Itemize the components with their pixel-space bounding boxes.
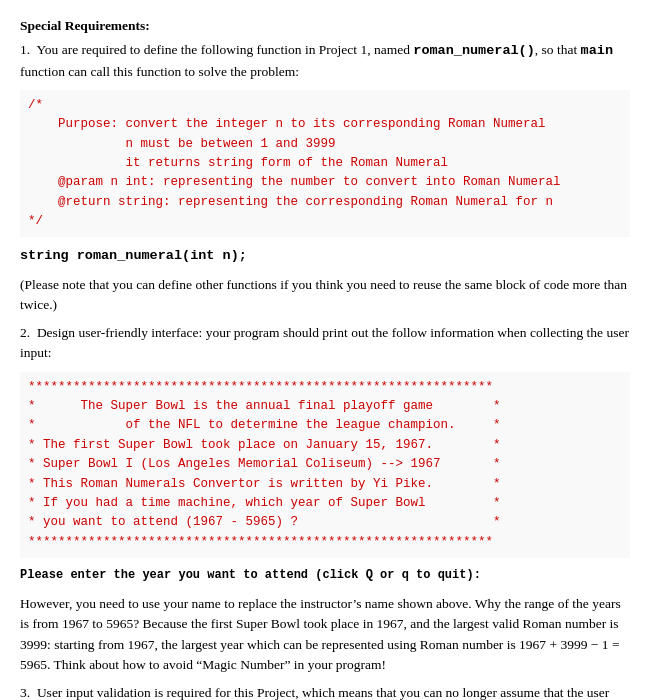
section1-intro: 1. You are required to define the follow… xyxy=(20,40,630,82)
code-block-comment: /* Purpose: convert the integer n to its… xyxy=(20,90,630,238)
section1-function-name: roman_numeral() xyxy=(413,43,535,58)
section2-text: Design user-friendly interface: your pro… xyxy=(20,325,629,360)
input-prompt-line: Please enter the year you want to attend… xyxy=(20,566,630,584)
section1-intro-text: You are required to define the following… xyxy=(36,42,410,57)
section1-intro3-text: function can call this function to solve… xyxy=(20,64,299,79)
section-title: Special Requirements: xyxy=(20,16,630,36)
section1-intro2: , so that xyxy=(535,42,577,57)
main-keyword: main xyxy=(581,43,613,58)
section2-label: 2. xyxy=(20,325,30,340)
section3-text: 3. User input validation is required for… xyxy=(20,683,630,700)
function-signature: string roman_numeral(int n); xyxy=(20,245,630,266)
section2-intro: 2. Design user-friendly interface: your … xyxy=(20,323,630,364)
section3-body: User input validation is required for th… xyxy=(20,685,609,700)
section1-label: 1. xyxy=(20,42,30,57)
section1-main: main xyxy=(581,43,613,58)
section2-explanation: However, you need to use your name to re… xyxy=(20,594,630,675)
function-sig-text: string roman_numeral(int n); xyxy=(20,248,247,263)
section1-note: (Please note that you can define other f… xyxy=(20,275,630,316)
code-block-display: ****************************************… xyxy=(20,372,630,558)
section3-label: 3. xyxy=(20,685,30,700)
